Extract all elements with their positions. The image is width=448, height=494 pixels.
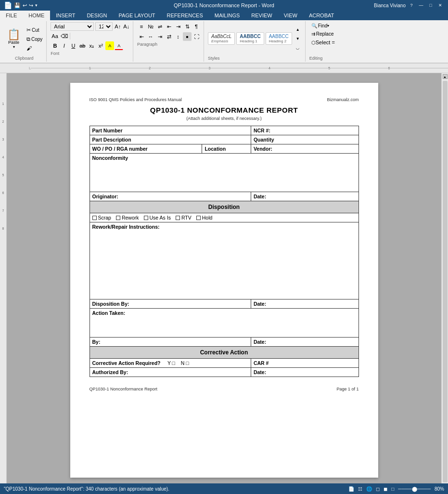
rtv-checkbox[interactable] (176, 216, 180, 220)
layout-web-icon[interactable]: □ (391, 486, 394, 491)
tab-file[interactable]: FILE (0, 11, 23, 20)
tab-review[interactable]: REVIEW (245, 11, 278, 20)
zoom-slider[interactable]: ────⬤──── (398, 486, 431, 491)
select-button[interactable]: ⬡ Select = (309, 39, 342, 46)
style-emphasis[interactable]: AaBbCcL Emphasis (208, 32, 235, 45)
styles-scroll: ▲ ▼ ◡ (294, 25, 302, 52)
document-title: QP1030-1 NONCONFORMANCE REPORT (90, 106, 359, 114)
help-button[interactable]: ? (408, 1, 415, 9)
replace-button[interactable]: ⇉ Replace (309, 30, 342, 38)
styles-up[interactable]: ▲ (294, 25, 302, 34)
sort-button[interactable]: ⇅ (183, 22, 192, 31)
minimize-button[interactable]: — (417, 1, 425, 9)
text-highlight-button[interactable]: A (105, 41, 114, 50)
close-button[interactable]: ✕ (436, 1, 444, 9)
ncr-label: NCR #: (254, 128, 270, 133)
align-right-button[interactable]: ⇥ (155, 32, 164, 41)
cut-button[interactable]: ✂ Cut (25, 26, 44, 34)
date4-cell: Date: (251, 368, 358, 377)
use-as-is-checkbox[interactable] (144, 216, 148, 220)
tab-page-layout[interactable]: PAGE LAYOUT (113, 11, 161, 20)
italic-button[interactable]: I (60, 41, 68, 50)
font-shrink-button[interactable]: A↓ (123, 23, 130, 30)
tab-acrobat[interactable]: ACROBAT (303, 11, 340, 20)
line-spacing-button[interactable]: ↕ (174, 32, 182, 41)
quick-access-redo[interactable]: ↪ (29, 2, 33, 9)
align-center-button[interactable]: ↔ (146, 32, 155, 41)
vendor-cell: Vendor: (251, 144, 358, 154)
rtv-checkbox-item: RTV (176, 215, 192, 221)
quick-access-more[interactable]: ▾ (35, 3, 38, 8)
maximize-button[interactable]: □ (427, 1, 435, 9)
copy-button[interactable]: ⧉ Copy (25, 35, 44, 43)
format-painter-button[interactable]: 🖌 (25, 44, 44, 52)
underline-button[interactable]: U (69, 41, 77, 50)
shading-button[interactable]: ■ (183, 32, 192, 41)
border-button[interactable]: ⛶ (192, 32, 201, 41)
scroll-up-button[interactable]: ▲ (443, 74, 448, 79)
paste-label: Paste (8, 40, 19, 45)
car-label: CAR # (254, 360, 269, 366)
paste-icon: 📋 (7, 29, 20, 40)
decrease-indent-button[interactable]: ⇤ (165, 22, 173, 31)
font-grow-button[interactable]: A↑ (114, 23, 121, 30)
vertical-ruler: 1 2 3 4 5 6 7 8 (0, 73, 7, 490)
styles-down[interactable]: ▼ (294, 34, 302, 43)
tab-insert[interactable]: INSERT (50, 11, 81, 20)
show-paragraph-button[interactable]: ¶ (192, 22, 201, 31)
vendor-label: Vendor: (254, 146, 272, 152)
subscript-button[interactable]: x₂ (87, 41, 96, 50)
vertical-scrollbar[interactable]: ▲ ▼ (441, 73, 448, 490)
page-info: 📄 (348, 486, 354, 491)
hold-checkbox[interactable] (196, 216, 201, 220)
scroll-thumb[interactable] (443, 81, 448, 482)
part-desc-cell: Part Description (90, 135, 251, 144)
quick-access-undo[interactable]: ↩ (23, 2, 27, 9)
tab-home[interactable]: HOME (23, 11, 50, 20)
font-color-button[interactable]: A (115, 41, 123, 50)
bullets-button[interactable]: ≡ (137, 22, 146, 31)
style-heading2[interactable]: AABBCC Heading 2 (266, 32, 292, 45)
tab-design[interactable]: DESIGN (81, 11, 113, 20)
align-left-button[interactable]: ⇤ (137, 32, 146, 41)
font-name-select[interactable]: Arial (51, 22, 94, 31)
increase-indent-button[interactable]: ⇥ (174, 22, 182, 31)
justify-button[interactable]: ⇄ (165, 32, 173, 41)
quick-access-save[interactable]: 💾 (14, 2, 21, 9)
tab-references[interactable]: REFERENCES (161, 11, 209, 20)
font-group-label: Font (51, 51, 130, 56)
window-title: QP1030-1 Nonconformance Report - Word (174, 2, 274, 8)
clear-format-button[interactable]: ⌫ (60, 33, 69, 40)
clipboard-label: Clipboard (15, 56, 34, 61)
tab-view[interactable]: VIEW (278, 11, 303, 20)
car-cell: CAR # (251, 359, 358, 368)
tab-mailings[interactable]: MAILINGS (209, 11, 246, 20)
font-group: Arial 12 A↑ A↓ Aa ⌫ B I U ab x₂ x² A A F… (48, 21, 133, 62)
find-button[interactable]: 🔍 Find ▾ (309, 22, 342, 29)
scrap-checkbox[interactable] (92, 216, 97, 220)
replace-icon: ⇉ (311, 31, 315, 37)
styles-more[interactable]: ◡ (294, 43, 302, 52)
style-heading1[interactable]: AABBCC Heading 1 (236, 32, 264, 45)
bold-button[interactable]: B (51, 41, 59, 50)
by-label: By: (92, 339, 101, 345)
change-case-button[interactable]: Aa (51, 32, 59, 40)
layout-print-icon[interactable]: ◻ (376, 486, 380, 491)
rework-checkbox[interactable] (116, 216, 120, 220)
multilevel-button[interactable]: ⇌ (155, 22, 164, 31)
clipboard-group: 📋 Paste ▾ ✂ Cut ⧉ Copy 🖌 Clipboard (2, 21, 47, 62)
layout-read-icon[interactable]: ◼ (384, 486, 387, 491)
document-area: ISO 9001 QMS Policies and Procedures Man… (7, 73, 441, 490)
superscript-button[interactable]: x² (96, 41, 105, 50)
user-name: Bianca Viviano (374, 3, 406, 8)
wo-po-rga-cell: WO / PO / RGA number (90, 144, 202, 154)
paste-button[interactable]: 📋 Paste ▾ (4, 28, 24, 51)
strikethrough-button[interactable]: ab (78, 41, 87, 50)
font-size-select[interactable]: 12 (95, 22, 113, 31)
corrective-action-header-cell: Corrective Action (90, 347, 358, 359)
cut-label: Cut (32, 27, 39, 33)
numbering-button[interactable]: № (146, 22, 155, 31)
quantity-cell: Quantity (251, 135, 358, 144)
nonconformity-label: Nonconformity (92, 155, 128, 161)
action-taken-cell: Action Taken: (90, 309, 358, 338)
